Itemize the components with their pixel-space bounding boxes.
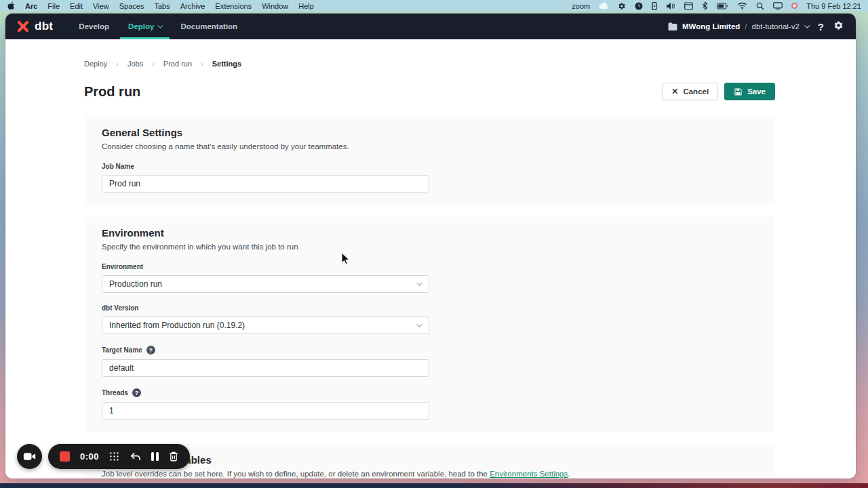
chevron-down-icon xyxy=(416,321,422,327)
cloud-icon[interactable] xyxy=(599,2,609,9)
menu-item-archive[interactable]: Archive xyxy=(180,2,205,10)
dbt-logo-text: dbt xyxy=(35,20,53,33)
restart-record-icon[interactable] xyxy=(130,452,141,462)
target-name-input[interactable] xyxy=(102,359,429,377)
account-separator: / xyxy=(745,22,747,30)
record-timer: 0:00 xyxy=(80,451,99,462)
camera-button[interactable] xyxy=(17,444,42,469)
page-title: Prod run xyxy=(84,84,140,100)
clock-status-icon[interactable] xyxy=(635,2,643,10)
menubar-clock[interactable]: Thu 9 Feb 12:21 xyxy=(806,2,861,10)
save-button[interactable]: Save xyxy=(724,83,775,100)
screen-record-status-icon[interactable] xyxy=(791,3,797,9)
nav-develop[interactable]: Develop xyxy=(71,14,117,39)
general-settings-heading: General Settings xyxy=(102,127,757,138)
environment-label: Environment xyxy=(102,263,143,270)
breadcrumb-jobs[interactable]: Jobs xyxy=(127,60,143,68)
dbt-version-label: dbt Version xyxy=(102,304,138,312)
apple-menu-icon[interactable] xyxy=(7,1,15,10)
delete-record-button[interactable] xyxy=(169,451,178,462)
menu-item-tabs[interactable]: Tabs xyxy=(154,2,170,10)
chevron-down-icon xyxy=(804,22,810,28)
desktop: Arc File Edit View Spaces Tabs Archive E… xyxy=(0,0,868,488)
onepassword-icon[interactable] xyxy=(652,2,657,10)
stop-record-button[interactable] xyxy=(60,451,70,462)
breadcrumb-prod-run[interactable]: Prod run xyxy=(163,60,192,68)
close-icon: ✕ xyxy=(671,87,678,96)
menu-item-file[interactable]: File xyxy=(47,2,60,10)
gear-status-icon[interactable] xyxy=(618,2,626,10)
recorder-pill: 0:00 xyxy=(48,444,190,469)
dbt-version-select[interactable]: Inherited from Production run (0.19.2) xyxy=(102,317,429,334)
screen-recorder-toolbar: 0:00 xyxy=(17,444,190,469)
browser-window: dbt Develop Deploy Documentation MWong L… xyxy=(5,14,856,479)
environment-heading: Environment xyxy=(102,227,757,239)
zoom-app-label[interactable]: zoom xyxy=(572,2,590,10)
wifi-icon[interactable] xyxy=(737,2,747,9)
display-icon[interactable] xyxy=(773,2,783,9)
menu-item-window[interactable]: Window xyxy=(262,2,288,10)
menu-item-spaces[interactable]: Spaces xyxy=(119,2,144,10)
macos-menubar: Arc File Edit View Spaces Tabs Archive E… xyxy=(0,0,868,12)
nav-deploy[interactable]: Deploy xyxy=(120,14,170,39)
page-content: Deploy › Jobs › Prod run › Settings Prod… xyxy=(5,39,856,479)
environment-variables-description: Job level overrides can be set here. If … xyxy=(102,470,757,478)
video-camera-icon xyxy=(23,451,36,462)
environment-card: Environment Specify the environment in w… xyxy=(85,217,775,432)
environment-description: Specify the environment in which you wan… xyxy=(102,243,757,251)
breadcrumb-settings: Settings xyxy=(212,60,241,68)
general-settings-card: General Settings Consider choosing a nam… xyxy=(85,117,775,205)
folder-icon xyxy=(668,22,677,30)
spotlight-search-icon[interactable] xyxy=(756,2,764,10)
menu-item-extensions[interactable]: Extensions xyxy=(215,2,252,10)
desktop-bottom-strip xyxy=(0,483,868,488)
breadcrumb-deploy[interactable]: Deploy xyxy=(84,60,107,68)
save-floppy-icon xyxy=(734,87,743,96)
volume-icon[interactable] xyxy=(666,2,675,10)
pause-record-button[interactable] xyxy=(151,452,159,461)
menu-item-arc[interactable]: Arc xyxy=(25,2,37,10)
account-project-selector[interactable]: MWong Limited / dbt-tutorial-v2 xyxy=(668,22,808,30)
bluetooth-icon[interactable] xyxy=(702,1,708,10)
dbt-logo-icon xyxy=(15,18,31,35)
menu-item-edit[interactable]: Edit xyxy=(70,2,83,10)
settings-gear-button[interactable] xyxy=(833,20,844,33)
general-settings-description: Consider choosing a name that's easily u… xyxy=(102,142,757,150)
nav-documentation[interactable]: Documentation xyxy=(172,14,245,39)
help-button[interactable]: ? xyxy=(818,21,824,33)
breadcrumb-separator: › xyxy=(116,60,119,68)
job-name-input[interactable] xyxy=(102,175,429,192)
breadcrumb: Deploy › Jobs › Prod run › Settings xyxy=(5,39,856,68)
environments-settings-link[interactable]: Environments Settings xyxy=(490,470,568,478)
chevron-down-icon xyxy=(158,22,163,28)
battery-icon[interactable] xyxy=(717,3,728,9)
menu-item-help[interactable]: Help xyxy=(298,2,314,10)
dbt-logo[interactable]: dbt xyxy=(15,18,53,35)
environment-variables-heading: Environment Variables xyxy=(102,454,757,466)
project-name: dbt-tutorial-v2 xyxy=(752,22,800,30)
target-name-label: Target Name xyxy=(102,346,142,354)
main-nav: Develop Deploy Documentation xyxy=(71,14,245,39)
breadcrumb-separator: › xyxy=(152,60,155,68)
calendar-icon[interactable] xyxy=(684,2,693,10)
threads-input[interactable] xyxy=(102,402,429,420)
job-name-label: Job Name xyxy=(102,163,134,170)
environment-select[interactable]: Production run xyxy=(102,275,429,293)
chevron-down-icon xyxy=(416,280,422,285)
dbt-app-header: dbt Develop Deploy Documentation MWong L… xyxy=(5,14,856,39)
cancel-button[interactable]: ✕ Cancel xyxy=(662,83,718,100)
menu-item-view[interactable]: View xyxy=(93,2,109,10)
account-name: MWong Limited xyxy=(682,22,740,30)
threads-label: Threads xyxy=(102,389,128,396)
target-name-help-icon[interactable]: ? xyxy=(146,346,155,354)
breadcrumb-separator: › xyxy=(201,60,203,68)
threads-help-icon[interactable]: ? xyxy=(132,388,141,397)
drag-handle-dots-icon[interactable] xyxy=(109,451,119,462)
